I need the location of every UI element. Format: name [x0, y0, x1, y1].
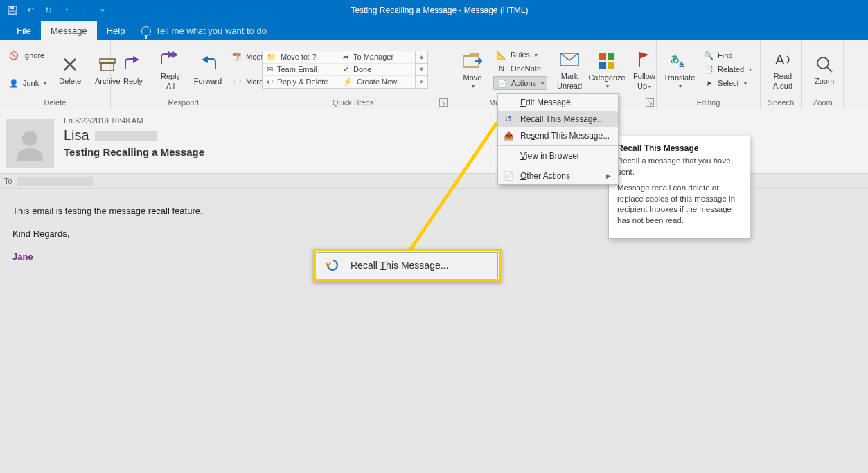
callout-recall-highlight: Recall This Message...: [313, 249, 502, 282]
redacted-text: [17, 177, 93, 186]
envelope-icon: [558, 48, 581, 71]
ignore-button[interactable]: 🚫Ignore: [6, 49, 49, 62]
menu-resend-message[interactable]: 📤Resend This Message...: [498, 127, 618, 144]
dialog-launcher-icon[interactable]: ↘: [439, 98, 448, 107]
save-icon[interactable]: [7, 5, 18, 16]
rules-button[interactable]: 📐Rules▾: [493, 48, 547, 61]
categorize-icon: [596, 50, 618, 72]
tell-me-search[interactable]: Tell me what you want to do: [134, 21, 273, 40]
svg-rect-1: [10, 6, 14, 9]
group-label: Quick Steps: [256, 98, 450, 109]
svg-rect-10: [608, 62, 614, 69]
tab-help[interactable]: Help: [97, 21, 135, 40]
onenote-button[interactable]: NOneNote: [493, 62, 547, 75]
tab-message[interactable]: Message: [41, 21, 97, 40]
calendar-icon: 📅: [231, 51, 242, 62]
message-subject: Testing Recalling a Message: [64, 146, 204, 158]
group-label: Respond: [111, 98, 256, 109]
find-button[interactable]: 🔍Find: [700, 49, 754, 62]
group-quicksteps: 📁Move to: ? ✉Team Email ↩Reply & Delete …: [256, 40, 450, 109]
svg-text:A: A: [775, 52, 785, 67]
group-label: Delete: [0, 98, 110, 109]
menu-separator: [498, 145, 618, 146]
group-delete: 🚫Ignore 👤Junk▾ Delete Archive Delete: [0, 40, 111, 109]
follow-up-button[interactable]: FollowUp▾: [628, 47, 661, 91]
recall-icon: ↺: [502, 114, 515, 124]
select-button[interactable]: ➤Select▾: [700, 77, 754, 89]
forward-button[interactable]: Forward: [191, 52, 224, 87]
bolt-icon: ⚡: [343, 78, 353, 87]
arrow-down-icon[interactable]: ↓: [79, 5, 90, 16]
actions-dropdown: Edit Message ↺Recall This Message... 📤Re…: [497, 93, 619, 185]
quicksteps-gallery[interactable]: 📁Move to: ? ✉Team Email ↩Reply & Delete …: [262, 51, 428, 89]
arrow-up-icon[interactable]: ↑: [61, 5, 72, 16]
zoom-button[interactable]: Zoom: [808, 52, 841, 87]
message-from: Lisa: [64, 127, 204, 143]
folder-move-icon: 📁: [267, 53, 276, 62]
menu-view-in-browser[interactable]: View in Browser: [498, 148, 618, 164]
gallery-expand-icon[interactable]: ▾: [416, 76, 427, 88]
svg-rect-8: [608, 53, 614, 60]
ribbon: 🚫Ignore 👤Junk▾ Delete Archive Delete Rep…: [0, 40, 868, 109]
junk-icon: 👤: [8, 78, 19, 89]
translate-icon: あa: [668, 50, 691, 72]
tab-file[interactable]: File: [7, 21, 41, 40]
gallery-down-icon[interactable]: ▼: [416, 64, 427, 76]
title-bar: ↶ ↻ ↑ ↓ ▾ Testing Recalling a Message - …: [0, 0, 868, 21]
window-title: Testing Recalling a Message - Message (H…: [108, 6, 771, 15]
quickstep-create-new[interactable]: ⚡Create New: [339, 76, 415, 88]
svg-point-15: [22, 131, 37, 146]
quickstep-done[interactable]: ✔Done: [339, 64, 415, 76]
quickstep-team-email[interactable]: ✉Team Email: [263, 64, 339, 76]
rules-icon: 📐: [496, 49, 507, 60]
undo-icon[interactable]: ↶: [25, 5, 36, 16]
avatar: [6, 119, 54, 168]
reply-button[interactable]: Reply: [116, 52, 150, 87]
resend-icon: 📤: [502, 131, 515, 141]
menu-other-actions[interactable]: 📄Other Actions▶: [498, 168, 618, 184]
tooltip-text: Recall a message that you have sent.: [617, 156, 741, 177]
svg-point-14: [817, 57, 829, 69]
actions-button[interactable]: 📄Actions▾: [493, 76, 547, 90]
tooltip-title: Recall This Message: [617, 143, 741, 153]
search-icon: 🔍: [703, 50, 714, 61]
move-button[interactable]: Move▾: [456, 48, 489, 91]
menu-edit-message[interactable]: Edit Message: [498, 94, 618, 111]
categorize-button[interactable]: Categorize▾: [590, 48, 623, 91]
flag-icon: [633, 48, 655, 71]
cursor-icon: ➤: [703, 78, 714, 89]
quickstep-reply-delete[interactable]: ↩Reply & Delete: [263, 76, 339, 88]
delete-icon: [59, 53, 81, 75]
recall-icon: [326, 258, 339, 272]
group-label: Editing: [657, 98, 760, 109]
redo-icon[interactable]: ↻: [43, 5, 54, 16]
quickstep-move-to[interactable]: 📁Move to: ?: [263, 51, 339, 64]
tooltip-text: Message recall can delete or replace cop…: [617, 183, 741, 226]
quickstep-to-manager[interactable]: ➦To Manager: [339, 51, 415, 64]
menu-separator: [498, 166, 618, 166]
lightbulb-icon: [141, 26, 151, 36]
gallery-up-icon[interactable]: ▲: [416, 51, 427, 64]
group-zoom: Zoom Zoom: [802, 40, 844, 109]
reply-all-button[interactable]: ReplyAll: [154, 47, 187, 91]
group-speech: A ReadAloud Speech: [761, 40, 802, 109]
tooltip-recall: Recall This Message Recall a message tha…: [608, 136, 750, 239]
translate-button[interactable]: あa Translate▾: [662, 48, 696, 91]
svg-text:a: a: [679, 59, 684, 69]
forward-icon: [197, 53, 219, 75]
actions-icon: 📄: [497, 78, 508, 89]
dialog-launcher-icon[interactable]: ↘: [646, 98, 654, 107]
related-button[interactable]: 📑Related▾: [700, 63, 754, 75]
move-folder-icon: [461, 50, 484, 72]
page-icon: 📄: [502, 171, 515, 181]
mail-icon: ✉: [267, 65, 273, 74]
menu-recall-message[interactable]: ↺Recall This Message...: [498, 111, 618, 127]
qat-customize-icon[interactable]: ▾: [97, 5, 108, 16]
junk-button[interactable]: 👤Junk▾: [6, 77, 49, 89]
group-label: Speech: [761, 98, 801, 109]
ignore-icon: 🚫: [8, 50, 19, 61]
read-aloud-button[interactable]: A ReadAloud: [766, 47, 799, 91]
delete-button[interactable]: Delete: [53, 52, 87, 87]
reply-all-icon: [159, 48, 181, 71]
mark-unread-button[interactable]: MarkUnread: [553, 47, 586, 91]
